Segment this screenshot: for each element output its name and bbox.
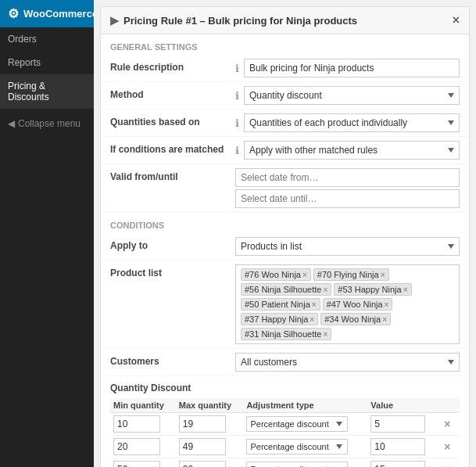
date-until-input[interactable] [235,189,460,208]
value-input-0[interactable] [370,415,425,433]
tag-56-label: #56 Ninja Silhouette [245,285,321,294]
value-input-1[interactable] [370,438,425,455]
pricing-rule-panel: ▶ Pricing Rule #1 – Bulk pricing for Nin… [100,6,470,467]
date-inputs-wrapper [235,168,460,208]
tag-53-label: #53 Happy Ninja [338,285,401,294]
tag-47-remove-icon[interactable]: × [385,300,389,309]
cell-min-1 [110,436,176,458]
quantity-discount-table: Min quantity Max quantity Adjustment typ… [110,398,460,467]
apply-to-content: Products in list All products Category [235,237,460,256]
quantity-discount-title: Quantity Discount [110,383,460,393]
min-quantity-input-1[interactable] [113,438,160,455]
sidebar: ⚙ WooCommerce Orders Reports Pricing & D… [0,0,94,467]
max-quantity-input-0[interactable] [179,415,226,433]
quantities-based-select[interactable]: Quantities of each product individually … [244,113,460,132]
tag-34-remove-icon[interactable]: × [382,315,387,324]
method-content: ℹ Quantity discount Fixed price Percenta… [235,86,460,105]
panel-close-button[interactable]: × [453,13,460,27]
customers-content: All customers Specific customers Custome… [235,353,460,372]
tag-70-remove-icon[interactable]: × [381,271,385,279]
max-quantity-input-2[interactable] [179,461,226,467]
general-settings-section: General Settings [101,34,469,55]
conditions-select-wrapper: Apply with other matched rules Apply mat… [244,141,460,160]
product-list-row: Product list #76 Woo Ninja × #70 Flying … [101,260,469,349]
adjustment-type-select-2[interactable]: Percentage discountFixed discountFixed p… [246,462,348,467]
method-row: Method ℹ Quantity discount Fixed price P… [101,82,469,110]
tag-56-ninja-silhouette: #56 Ninja Silhouette × [241,283,331,296]
woo-icon: ⚙ [8,6,19,21]
tag-70-flying-ninja: #70 Flying Ninja × [313,268,389,281]
main-content: ▶ Pricing Rule #1 – Bulk pricing for Nin… [94,0,476,467]
tag-53-happy-ninja: #53 Happy Ninja × [334,283,411,296]
quantities-info-icon[interactable]: ℹ [235,117,239,129]
valid-dates-label: Valid from/until [110,168,235,182]
sidebar-item-reports[interactable]: Reports [0,51,94,74]
sidebar-item-pricing[interactable]: Pricing & Discounts [0,74,94,109]
rule-description-row: Rule description ℹ [101,55,469,82]
rule-description-label: Rule description [110,59,235,73]
remove-row-button-1[interactable]: × [441,440,453,453]
tag-37-label: #37 Happy Ninja [245,314,308,324]
rule-description-input[interactable] [244,59,460,77]
quantities-based-content: ℹ Quantities of each product individuall… [235,113,460,132]
cell-adjustment-2: Percentage discountFixed discountFixed p… [243,458,367,468]
sidebar-orders-label: Orders [8,34,37,45]
table-row: Percentage discountFixed discountFixed p… [110,436,460,458]
method-label: Method [110,86,235,100]
value-input-2[interactable] [370,461,425,467]
cell-max-0 [176,413,244,436]
sidebar-collapse-button[interactable]: ◀ Collapse menu [0,112,94,135]
sidebar-pricing-label: Pricing & Discounts [8,81,49,102]
table-row: Percentage discountFixed discountFixed p… [110,413,460,436]
sidebar-item-orders[interactable]: Orders [0,27,94,51]
table-row: Percentage discountFixed discountFixed p… [110,458,460,468]
conditions-matched-row: If conditions are matched ℹ Apply with o… [101,137,469,164]
cell-max-1 [176,436,244,458]
conditions-section: Conditions [101,213,469,233]
customers-select[interactable]: All customers Specific customers Custome… [235,353,460,372]
rule-description-info-icon[interactable]: ℹ [235,63,239,74]
customers-row: Customers All customers Specific custome… [101,349,469,376]
tag-31-remove-icon[interactable]: × [323,330,327,339]
conditions-info-icon[interactable]: ℹ [235,145,239,156]
cell-max-2 [176,458,244,468]
tag-50-remove-icon[interactable]: × [312,300,317,309]
rule-description-content: ℹ [235,59,460,77]
date-from-input[interactable] [235,168,460,187]
product-list-tags-wrapper: #76 Woo Ninja × #70 Flying Ninja × #56 N… [235,264,460,344]
max-quantity-input-1[interactable] [179,438,226,455]
method-info-icon[interactable]: ℹ [235,90,239,102]
tag-31-ninja-silhouette: #31 Ninja Silhouette × [241,328,331,340]
collapse-arrow-icon: ◀ [8,118,15,129]
apply-to-select[interactable]: Products in list All products Category [235,237,460,256]
remove-row-button-0[interactable]: × [441,418,453,430]
tag-47-label: #47 Woo Ninja [327,300,383,309]
conditions-matched-select[interactable]: Apply with other matched rules Apply mat… [244,141,460,160]
tag-56-remove-icon[interactable]: × [323,286,327,294]
tag-37-happy-ninja: #37 Happy Ninja × [241,313,318,325]
adjustment-type-select-1[interactable]: Percentage discountFixed discountFixed p… [246,439,348,454]
panel-collapse-icon[interactable]: ▶ [110,14,119,27]
quantities-based-row: Quantities based on ℹ Quantities of each… [101,110,469,137]
conditions-matched-label: If conditions are matched [110,141,235,155]
product-list-tags[interactable]: #76 Woo Ninja × #70 Flying Ninja × #56 N… [235,264,460,344]
panel-header-left: ▶ Pricing Rule #1 – Bulk pricing for Nin… [110,14,357,27]
method-select[interactable]: Quantity discount Fixed price Percentage… [244,86,460,105]
min-quantity-input-0[interactable] [113,415,160,433]
panel-title: Pricing Rule #1 – Bulk pricing for Ninja… [123,15,357,27]
min-quantity-input-2[interactable] [113,461,160,467]
valid-dates-row: Valid from/until [101,164,469,213]
cell-remove-0: × [438,413,460,436]
col-max-quantity: Max quantity [176,398,244,413]
tag-34-woo-ninja: #34 Woo Ninja × [320,313,391,325]
customers-label: Customers [110,353,235,367]
tag-76-remove-icon[interactable]: × [302,271,307,279]
product-list-label: Product list [110,264,235,278]
cell-adjustment-0: Percentage discountFixed discountFixed p… [243,413,367,436]
tag-37-remove-icon[interactable]: × [310,315,314,324]
remove-row-button-2[interactable]: × [441,463,453,467]
adjustment-type-select-0[interactable]: Percentage discountFixed discountFixed p… [246,416,348,432]
collapse-label: Collapse menu [18,118,81,129]
tag-53-remove-icon[interactable]: × [403,286,408,294]
cell-value-1 [367,436,438,458]
